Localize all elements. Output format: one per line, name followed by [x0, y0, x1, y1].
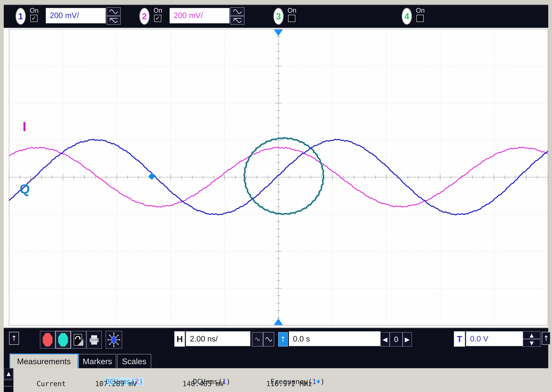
tab-measurements[interactable]: Measurements [9, 353, 79, 369]
sine-icon [233, 9, 242, 14]
up-arrow-icon: ↑ [11, 334, 17, 343]
trigger-level-field[interactable]: 0.0 V [466, 331, 525, 346]
scroll-up-right-button[interactable]: ↑ [542, 332, 551, 345]
check-icon: ✓ [155, 15, 160, 21]
channel-4-on-checkbox[interactable] [416, 15, 424, 22]
delay-zero-button[interactable]: 0 [390, 332, 403, 347]
up-arrow-icon: ↑ [280, 335, 286, 344]
waveform-display [4, 28, 548, 328]
channel-1-button[interactable]: 1 [15, 8, 26, 25]
down-triangle-icon: ▼ [530, 340, 534, 346]
channel-1-scale-field[interactable]: 200 mV/ [46, 8, 106, 23]
measurement-scroll-column: ▲ [4, 368, 13, 392]
horizontal-menu-button[interactable]: H [174, 331, 185, 347]
measurements-panel: ▲ DCVrms(2) DCVrms(1) Frequency(1♦) Curr… [0, 368, 552, 392]
timebase-coarse-button[interactable] [263, 332, 274, 347]
channel-3-button[interactable]: 3 [273, 8, 284, 25]
stop-button[interactable] [40, 331, 55, 349]
channel-4-button[interactable]: 4 [402, 8, 412, 25]
horizontal-position-field[interactable]: 0.0 s [289, 331, 380, 346]
small-sine-icon [255, 337, 260, 341]
control-bar: ↑ [4, 328, 548, 369]
label-q: Q [20, 181, 30, 197]
up-triangle-icon: ▲ [530, 332, 534, 338]
channel-bar: 1 On ✓ 200 mV/ 2 On ✓ 200 mV/ 3 On 4 On [4, 5, 548, 29]
channel-4-on-label: On [416, 7, 425, 14]
trigger-level-up-button[interactable]: ▲ [523, 331, 541, 339]
channel-3-on-checkbox[interactable] [288, 15, 295, 22]
scroll-bar-segment[interactable] [4, 386, 13, 392]
sine-icon [265, 337, 272, 342]
channel-3-on-label: On [287, 7, 296, 14]
measurement-value-1: 107.289 mV [77, 380, 155, 388]
measurement-row-label: Current [24, 380, 78, 388]
tab-markers[interactable]: Markers [79, 354, 116, 369]
channel-2-scale-field[interactable]: 200 mV/ [169, 8, 230, 23]
scroll-up-button[interactable]: ↑ [9, 332, 19, 345]
clear-display-icon [107, 332, 121, 347]
stop-icon [43, 333, 52, 347]
run-button[interactable] [55, 331, 71, 349]
scroll-bar-segment[interactable] [4, 380, 13, 385]
copy-screen-button[interactable] [71, 331, 86, 349]
sine-icon [109, 9, 118, 14]
print-button[interactable] [86, 331, 102, 349]
printer-icon [88, 334, 100, 345]
channel-2-on-label: On [153, 7, 162, 14]
timebase-field[interactable]: 2.00 ns/ [186, 331, 251, 346]
delay-decrement-button[interactable]: ◀ [380, 332, 390, 347]
horizontal-reference-button[interactable]: ↑ [278, 332, 288, 347]
sine-line-icon [233, 17, 242, 23]
delay-increment-button[interactable]: ▶ [403, 332, 412, 347]
tab-scales[interactable]: Scales [117, 354, 151, 369]
check-icon: ✓ [31, 15, 36, 21]
run-icon [58, 333, 68, 347]
channel-2-coupling-dc-button[interactable] [230, 16, 244, 25]
timebase-fine-button[interactable] [252, 332, 263, 347]
measurement-value-3: 110.972 MHz [250, 380, 328, 388]
channel-2-coupling-ac-button[interactable] [230, 7, 244, 16]
channel-2-on-checkbox[interactable]: ✓ [154, 15, 161, 22]
label-i: I [23, 119, 26, 134]
up-arrow-icon: ↑ [543, 334, 549, 343]
channel-1-on-checkbox[interactable]: ✓ [30, 15, 37, 22]
channel-1-on-label: On [30, 7, 39, 14]
measurement-scroll-up-button[interactable]: ▲ [4, 369, 13, 379]
measurement-value-2: 140.405 mV [164, 380, 243, 388]
channel-1-coupling-dc-button[interactable] [107, 16, 121, 25]
left-arrow-icon: ◀ [383, 336, 387, 343]
copy-screen-icon [73, 333, 84, 346]
trigger-level-down-button[interactable]: ▼ [523, 339, 541, 347]
trigger-menu-button[interactable]: T [454, 331, 465, 347]
sine-line-icon [109, 17, 118, 23]
clear-display-button[interactable] [106, 331, 122, 349]
channel-2-button[interactable]: 2 [139, 8, 150, 25]
channel-1-coupling-ac-button[interactable] [107, 7, 121, 16]
right-arrow-icon: ▶ [405, 336, 410, 343]
